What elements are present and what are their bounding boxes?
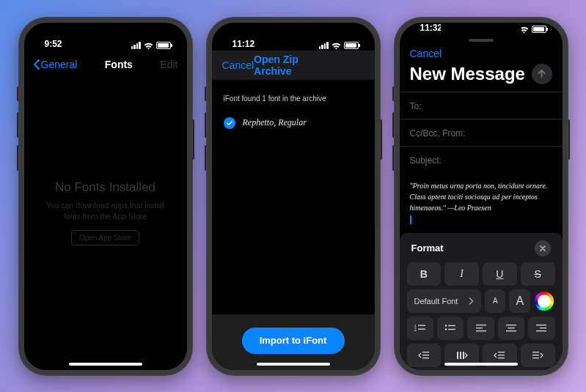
svg-rect-18 <box>422 355 429 355</box>
cancel-button[interactable]: Cancel <box>410 48 552 59</box>
svg-rect-7 <box>448 328 455 329</box>
to-label: To: <box>410 101 422 111</box>
svg-rect-27 <box>532 355 539 355</box>
bullet-list-icon <box>444 324 456 333</box>
nav-bar: Cancel Open Zip Archive <box>212 51 375 80</box>
svg-rect-1 <box>418 325 425 325</box>
empty-state: No Fonts Installed You can download apps… <box>24 56 187 370</box>
to-field[interactable]: To: <box>400 92 563 119</box>
quote-increase-icon <box>532 351 543 360</box>
subject-label: Subject: <box>410 155 442 166</box>
svg-rect-25 <box>498 358 505 358</box>
chevron-left-icon <box>33 59 40 70</box>
phone-frame-1: 9:52 General Fonts Edit No Fonts Install… <box>18 17 193 376</box>
font-picker-button[interactable]: Default Font <box>407 289 481 313</box>
back-label: General <box>41 59 78 70</box>
quote-decrease-icon <box>494 351 505 360</box>
italic-button[interactable]: I <box>444 262 479 286</box>
battery-icon <box>156 42 171 49</box>
ccbcc-field[interactable]: Cc/Bcc, From: <box>400 119 563 146</box>
svg-rect-10 <box>476 330 486 331</box>
bold-button[interactable]: B <box>407 262 442 286</box>
align-right-button[interactable] <box>528 317 554 340</box>
nav-bar: General Fonts Edit <box>24 51 187 78</box>
align-left-button[interactable] <box>467 317 494 340</box>
chevron-right-icon <box>469 297 474 305</box>
svg-rect-14 <box>536 325 546 325</box>
svg-point-4 <box>445 325 447 327</box>
nav-title: Open Zip Archive <box>254 53 334 77</box>
checkmark-icon <box>224 117 235 129</box>
svg-rect-11 <box>506 325 516 325</box>
svg-rect-17 <box>422 352 429 352</box>
edit-button[interactable]: Edit <box>160 59 177 70</box>
strikethrough-button[interactable]: S <box>521 262 555 286</box>
bottom-bar: Import to iFont <box>212 314 375 370</box>
subject-field[interactable]: Subject: <box>400 146 563 173</box>
font-picker-label: Default Font <box>414 297 458 306</box>
underline-button[interactable]: U <box>483 262 517 286</box>
svg-rect-20 <box>457 352 458 359</box>
align-right-icon <box>535 324 547 333</box>
compose-title: New Message <box>410 64 525 84</box>
close-icon <box>539 245 546 252</box>
svg-rect-26 <box>532 352 539 352</box>
svg-rect-15 <box>540 328 546 328</box>
text-cursor <box>410 215 411 224</box>
back-button[interactable]: General <box>33 59 78 70</box>
import-button[interactable]: Import to iFont <box>242 328 345 354</box>
numbered-list-icon: 12 <box>414 324 426 333</box>
status-time: 9:52 <box>37 39 62 49</box>
body-content: "Proin metus urna porta non, tincidunt o… <box>410 182 548 212</box>
font-size-decrease-button[interactable]: A <box>485 289 506 313</box>
home-indicator[interactable] <box>257 363 330 366</box>
status-time: 11:12 <box>225 39 255 49</box>
ccbcc-label: Cc/Bcc, From: <box>410 128 466 138</box>
cancel-button[interactable]: Cancel <box>222 59 254 71</box>
svg-rect-5 <box>448 325 455 325</box>
arrow-up-icon <box>536 68 547 79</box>
close-format-button[interactable] <box>535 240 551 256</box>
svg-rect-24 <box>498 355 505 355</box>
signal-icon <box>131 42 141 49</box>
align-center-button[interactable] <box>498 317 524 340</box>
svg-rect-8 <box>476 325 486 325</box>
quote-increase-button[interactable] <box>521 344 555 367</box>
wifi-icon <box>144 42 153 49</box>
phone-frame-2: 11:12 Cancel Open Zip Archive iFont foun… <box>206 17 381 376</box>
numbered-list-button[interactable]: 12 <box>407 317 433 340</box>
svg-rect-19 <box>422 358 429 358</box>
svg-rect-9 <box>476 328 483 328</box>
outdent-icon <box>418 351 430 360</box>
font-list: Rephetto, Regular <box>212 111 375 135</box>
battery-icon <box>532 26 546 33</box>
bullet-list-button[interactable] <box>437 317 464 340</box>
align-center-icon <box>505 324 517 333</box>
open-app-store-button[interactable]: Open App Store <box>71 230 139 245</box>
format-title: Format <box>411 243 444 254</box>
message-body[interactable]: "Proin metus urna porta non, tincidunt o… <box>400 173 563 233</box>
svg-rect-22 <box>463 352 464 359</box>
font-name-label: Rephetto, Regular <box>243 117 307 128</box>
svg-point-6 <box>445 328 447 330</box>
signal-icon <box>319 42 329 49</box>
send-button[interactable] <box>532 64 552 84</box>
phone-frame-3: 11:32 Cancel New Message To: Cc/Bcc, Fro… <box>394 17 568 376</box>
svg-rect-28 <box>532 358 539 358</box>
archive-message: iFont found 1 font in the archive <box>212 80 375 111</box>
svg-rect-3 <box>418 328 425 329</box>
empty-title: No Fonts Installed <box>55 180 155 195</box>
format-panel: Format B I U S Default Font A A <box>400 233 563 370</box>
align-left-icon <box>475 324 487 333</box>
svg-rect-12 <box>508 328 514 328</box>
outdent-button[interactable] <box>407 344 442 367</box>
home-indicator[interactable] <box>69 363 142 366</box>
text-color-button[interactable] <box>534 289 555 313</box>
sheet-grabber[interactable] <box>469 39 494 42</box>
font-size-increase-button[interactable]: A <box>509 289 530 313</box>
home-indicator[interactable] <box>444 363 518 366</box>
svg-text:2: 2 <box>414 328 417 332</box>
svg-rect-16 <box>536 330 546 331</box>
status-time: 11:32 <box>413 23 443 33</box>
font-list-item[interactable]: Rephetto, Regular <box>224 111 363 135</box>
